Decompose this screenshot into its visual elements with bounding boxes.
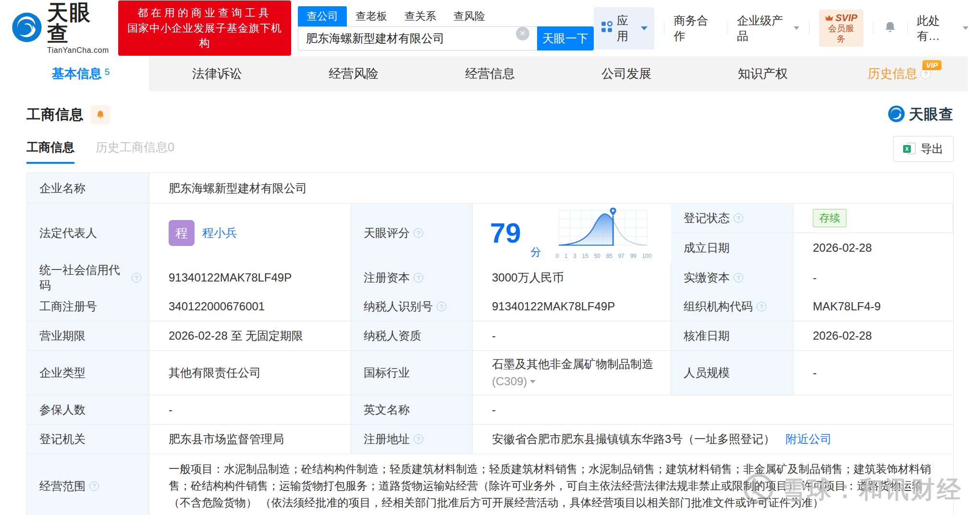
clear-search-icon[interactable]: ✕: [516, 27, 529, 40]
avatar[interactable]: 程: [169, 220, 195, 246]
help-icon[interactable]: ?: [437, 302, 446, 311]
search-tab-boss[interactable]: 查老板: [347, 6, 396, 26]
export-button[interactable]: X 导出: [893, 136, 954, 162]
divider: [907, 22, 907, 35]
search-tab-relation[interactable]: 查关系: [396, 6, 445, 26]
score-unit: 分: [531, 245, 541, 259]
section-brand-logo: 天眼查: [888, 105, 954, 124]
field-label: 法定代表人: [27, 204, 149, 262]
header-menu: 应用 商务合作 企业级产品 SVIP 会员服务: [594, 7, 968, 49]
export-label: 导出: [920, 141, 943, 157]
help-icon[interactable]: ?: [734, 273, 743, 282]
table-row-credit-code: 统一社会信用代码? 91340122MAK78LF49P 注册资本? 3000万…: [27, 262, 953, 292]
company-name-value: 肥东海螺新型建材有限公司: [149, 173, 953, 203]
score-curve-chart: 01 315 5085 9799 100: [555, 207, 653, 259]
score-cell: 79 分: [473, 204, 671, 262]
business-cooperation-link[interactable]: 商务合作: [674, 13, 717, 44]
logo-swirl-icon: [12, 12, 42, 45]
help-icon[interactable]: ?: [414, 434, 423, 444]
nearby-companies-link[interactable]: 附近公司: [785, 431, 832, 447]
field-label: 企业类型: [27, 351, 149, 395]
field-label: 英文名称: [351, 395, 473, 424]
establish-date-value: 2026-02-28: [794, 233, 953, 262]
svip-member-badge[interactable]: SVIP 会员服务: [819, 10, 863, 47]
field-label: 登记机关: [27, 425, 149, 454]
field-label: 纳税人资质: [351, 321, 473, 350]
user-account-menu[interactable]: 此处有…: [917, 13, 968, 44]
help-icon[interactable]: ?: [89, 481, 99, 491]
field-label: 营业期限: [27, 321, 149, 350]
tab-count: 5: [105, 67, 110, 77]
chevron-down-icon: [794, 26, 799, 30]
table-row-insured-count: 参保人数 - 英文名称 -: [27, 395, 953, 425]
field-label: 注册地址?: [351, 425, 473, 454]
tab-intellectual-property[interactable]: 知识产权: [695, 56, 831, 91]
enterprise-products-link[interactable]: 企业级产品: [737, 13, 799, 44]
divider: [809, 22, 809, 35]
score-pin-icon: [610, 208, 616, 216]
help-icon[interactable]: ?: [132, 273, 141, 282]
field-label: 成立日期: [671, 233, 794, 262]
score-value: 79: [490, 219, 521, 247]
apps-menu[interactable]: 应用: [594, 7, 654, 49]
reg-number-value: 340122000676001: [149, 292, 351, 321]
search-button[interactable]: 天眼一下: [537, 26, 594, 50]
section-title: 工商信息: [26, 105, 84, 124]
apps-grid-icon: [600, 21, 613, 36]
chevron-down-icon: [641, 26, 648, 30]
tab-operation-risk[interactable]: 经营风险: [285, 56, 422, 91]
company-nav-tabs: 基本信息 5 法律诉讼 经营风险 经营信息 公司发展 知识产权 VIP 历史信息…: [12, 56, 968, 91]
table-row-business-scope: 经营范围? 一般项目：水泥制品制造；砼结构构件制造；轻质建筑材料制造；轻质建筑材…: [27, 454, 953, 515]
help-icon[interactable]: ?: [757, 302, 766, 311]
score-label: 天眼评分: [364, 225, 410, 241]
reg-capital-value: 3000万人民币: [473, 262, 671, 293]
reg-status-label: 登记状态: [684, 210, 730, 226]
reg-authority-value: 肥东县市场监督管理局: [149, 425, 351, 454]
org-code-value: MAK78LF4-9: [794, 292, 953, 321]
apps-label: 应用: [617, 13, 637, 44]
notification-bell-icon[interactable]: [883, 20, 897, 37]
tab-label: 公司发展: [601, 65, 651, 82]
chevron-down-icon[interactable]: [530, 380, 536, 383]
tab-legal-litigation[interactable]: 法律诉讼: [149, 56, 285, 91]
staff-size-value: -: [794, 351, 953, 395]
tab-company-development[interactable]: 公司发展: [558, 56, 695, 91]
subtab-history-business-info[interactable]: 历史工商信息0: [96, 139, 174, 164]
promo-banner: 都在用的商业查询工具 国家中小企业发展子基金旗下机构: [118, 0, 291, 56]
help-icon[interactable]: ?: [734, 213, 743, 223]
field-label: 组织机构代码?: [671, 292, 794, 321]
help-icon[interactable]: ?: [414, 273, 423, 282]
search-tab-risk[interactable]: 查风险: [445, 6, 494, 26]
svip-text: SVIP: [835, 12, 858, 24]
tab-operation-info[interactable]: 经营信息: [422, 56, 558, 91]
english-name-value: -: [473, 395, 953, 424]
tianyancha-logo[interactable]: 天眼查 TianYanCha.com: [12, 2, 110, 55]
help-icon[interactable]: ?: [414, 228, 423, 238]
field-label: 核准日期: [671, 321, 794, 350]
credit-code-value: 91340122MAK78LF49P: [149, 262, 351, 293]
divider: [664, 22, 664, 35]
user-account-label: 此处有…: [917, 13, 960, 44]
monitor-bell-icon[interactable]: [91, 105, 110, 124]
table-row-company-name: 企业名称 肥东海螺新型建材有限公司: [27, 173, 953, 204]
table-row-reg-authority: 登记机关 肥东县市场监督管理局 注册地址? 安徽省合肥市肥东县撮镇镇东华路3号（…: [27, 425, 953, 454]
search-box: 查公司 查老板 查关系 查风险 ✕ 天眼一下: [298, 6, 594, 50]
field-label: 国标行业: [351, 351, 473, 395]
chevron-down-icon: [963, 26, 968, 30]
search-tab-company[interactable]: 查公司: [298, 6, 347, 26]
logo-subtitle: TianYanCha.com: [47, 46, 110, 55]
tab-history-info[interactable]: VIP 历史信息 ?: [831, 56, 968, 91]
top-header: 天眼查 TianYanCha.com 都在用的商业查询工具 国家中小企业发展子基…: [0, 0, 980, 56]
svip-subtext: 会员服务: [825, 24, 858, 44]
reg-address-value: 安徽省合肥市肥东县撮镇镇东华路3号（一址多照登记）: [492, 431, 775, 447]
tab-label: 法律诉讼: [192, 65, 242, 82]
tab-basic-info[interactable]: 基本信息 5: [12, 56, 149, 91]
subtab-business-info[interactable]: 工商信息: [26, 139, 74, 164]
field-label: 工商注册号: [27, 292, 149, 321]
industry-value[interactable]: 石墨及其他非金属矿物制品制造(C309): [473, 351, 671, 395]
search-input[interactable]: [298, 26, 537, 50]
field-label: 天眼评分 ?: [351, 204, 473, 262]
paid-capital-value: -: [794, 262, 953, 293]
legal-rep-link[interactable]: 程小兵: [202, 225, 237, 241]
promo-line1: 都在用的商业查询工具: [125, 5, 284, 21]
